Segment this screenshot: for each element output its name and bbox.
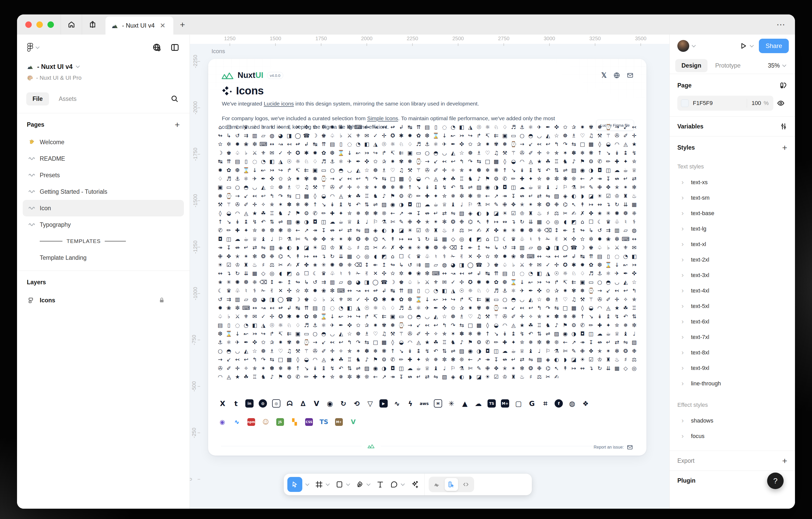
move-tool[interactable] bbox=[287, 477, 302, 492]
pen-tool[interactable] bbox=[356, 477, 364, 492]
comment-tool-chevron[interactable] bbox=[401, 482, 405, 486]
chevron-right-icon[interactable]: › bbox=[682, 380, 684, 387]
tab-file[interactable]: File bbox=[26, 92, 49, 106]
effect-style-shadows[interactable]: ›shadows bbox=[670, 413, 795, 429]
share-button[interactable]: Share bbox=[759, 39, 789, 53]
sidebar-page-getting-started-tutorials[interactable]: Getting Started - Tutorials bbox=[23, 183, 184, 200]
sidebar-page-template-landing[interactable]: Template Landing bbox=[23, 250, 184, 266]
chevron-right-icon[interactable]: › bbox=[682, 241, 684, 248]
text-style-text-base[interactable]: ›text-base bbox=[670, 206, 795, 221]
text-style-text-7xl[interactable]: ›text-7xl bbox=[670, 329, 795, 345]
frame-label[interactable]: Icons bbox=[211, 48, 225, 55]
community-tab[interactable] bbox=[82, 15, 103, 34]
present-chevron[interactable] bbox=[750, 43, 754, 47]
chevron-right-icon[interactable]: › bbox=[682, 256, 684, 263]
globe-status-icon[interactable] bbox=[152, 43, 161, 52]
actions-tool[interactable] bbox=[411, 477, 418, 492]
file-tab-active[interactable]: - Nuxt UI v4 ✕ bbox=[106, 17, 173, 34]
layer-row-icons[interactable]: Icons bbox=[23, 291, 184, 309]
chevron-right-icon[interactable]: › bbox=[682, 302, 684, 309]
effect-style-focus[interactable]: ›focus bbox=[670, 429, 795, 444]
text-tool[interactable] bbox=[377, 477, 384, 492]
figma-logo-icon[interactable] bbox=[27, 43, 33, 52]
tab-design[interactable]: Design bbox=[675, 59, 707, 72]
pen-tool-chevron[interactable] bbox=[367, 482, 371, 486]
chevron-right-icon[interactable]: › bbox=[682, 210, 684, 217]
frame-tool[interactable] bbox=[316, 477, 323, 492]
close-window-button[interactable] bbox=[25, 21, 32, 28]
text-style-text-6xl[interactable]: ›text-6xl bbox=[670, 314, 795, 329]
sidebar-page-typography[interactable]: Typography bbox=[23, 217, 184, 233]
text-style-text-2xl[interactable]: ›text-2xl bbox=[670, 252, 795, 267]
chevron-right-icon[interactable]: › bbox=[682, 194, 684, 201]
tab-assets[interactable]: Assets bbox=[53, 92, 83, 106]
chevron-right-icon[interactable]: › bbox=[682, 433, 684, 439]
chevron-right-icon[interactable]: › bbox=[682, 334, 684, 340]
move-tool-chevron[interactable] bbox=[306, 482, 310, 486]
text-style-text-lg[interactable]: ›text-lg bbox=[670, 221, 795, 236]
home-tab[interactable] bbox=[61, 15, 82, 34]
text-style-text-4xl[interactable]: ›text-4xl bbox=[670, 283, 795, 298]
page-opacity-value[interactable]: 100 bbox=[747, 100, 764, 107]
chevron-right-icon[interactable]: › bbox=[682, 417, 684, 424]
chevron-right-icon[interactable]: › bbox=[682, 287, 684, 294]
user-avatar[interactable] bbox=[677, 40, 689, 52]
chevron-right-icon[interactable]: › bbox=[682, 179, 684, 185]
chevron-right-icon[interactable]: › bbox=[682, 225, 684, 232]
close-tab-icon[interactable]: ✕ bbox=[158, 21, 167, 30]
canvas-icon: ☑ bbox=[414, 226, 423, 235]
visibility-eye-icon[interactable] bbox=[777, 99, 785, 107]
variables-sliders-icon[interactable] bbox=[780, 123, 787, 130]
file-title-row[interactable]: - Nuxt UI v4 bbox=[17, 60, 190, 73]
main-menu-chevron[interactable] bbox=[36, 45, 40, 49]
add-export-button[interactable]: + bbox=[782, 456, 787, 465]
toggle-sidebar-icon[interactable] bbox=[171, 43, 179, 52]
text-style-line-through[interactable]: ›line-through bbox=[670, 376, 795, 391]
add-style-button[interactable]: + bbox=[782, 143, 787, 152]
text-style-text-8xl[interactable]: ›text-8xl bbox=[670, 345, 795, 361]
canvas-icon: ✮ bbox=[630, 157, 638, 166]
canvas-icon: ⚑ bbox=[466, 338, 474, 347]
page-settings-icon[interactable] bbox=[780, 82, 787, 89]
page-color-hex[interactable]: F1F5F9 bbox=[693, 100, 747, 107]
shape-tool[interactable] bbox=[336, 477, 343, 492]
minimize-window-button[interactable] bbox=[36, 21, 43, 28]
text-style-text-3xl[interactable]: ›text-3xl bbox=[670, 267, 795, 283]
help-button[interactable]: ? bbox=[767, 472, 784, 489]
design-mode-button[interactable] bbox=[445, 478, 458, 491]
text-style-text-sm[interactable]: ›text-sm bbox=[670, 190, 795, 206]
dev-mode-button[interactable] bbox=[459, 478, 472, 491]
sidebar-page-readme[interactable]: README bbox=[23, 150, 184, 167]
canvas-icon: ▤ bbox=[595, 252, 604, 261]
page-color-swatch[interactable] bbox=[681, 99, 689, 107]
page-color-field[interactable]: F1F5F9 100 % bbox=[677, 96, 773, 111]
new-tab-button[interactable]: + bbox=[173, 15, 192, 34]
text-style-text-5xl[interactable]: ›text-5xl bbox=[670, 298, 795, 314]
shape-tool-chevron[interactable] bbox=[346, 482, 350, 486]
file-title-chevron[interactable] bbox=[76, 64, 80, 68]
comment-tool[interactable] bbox=[390, 477, 398, 492]
zoom-control[interactable]: 35% bbox=[768, 62, 789, 69]
text-style-text-9xl[interactable]: ›text-9xl bbox=[670, 361, 795, 376]
sidebar-page-welcome[interactable]: Welcome bbox=[23, 134, 184, 150]
present-play-icon[interactable] bbox=[740, 42, 747, 50]
add-page-button[interactable]: + bbox=[175, 120, 180, 129]
window-menu-button[interactable]: ⋯ bbox=[776, 15, 786, 34]
lock-icon[interactable] bbox=[158, 297, 165, 304]
frame-tool-chevron[interactable] bbox=[326, 482, 330, 486]
icons-frame[interactable]: NuxtUI v4.0.0 𝕏 Icons We've integrat bbox=[208, 59, 646, 456]
chevron-right-icon[interactable]: › bbox=[682, 271, 684, 278]
text-style-text-xs[interactable]: ›text-xs bbox=[670, 175, 795, 190]
chevron-right-icon[interactable]: › bbox=[682, 349, 684, 356]
search-icon[interactable] bbox=[171, 95, 179, 103]
avatar-chevron[interactable] bbox=[692, 43, 696, 47]
chevron-right-icon[interactable]: › bbox=[682, 365, 684, 371]
text-style-text-xl[interactable]: ›text-xl bbox=[670, 236, 795, 252]
chevron-right-icon[interactable]: › bbox=[682, 318, 684, 325]
zoom-window-button[interactable] bbox=[48, 21, 54, 28]
sidebar-page-icon[interactable]: Icon bbox=[23, 200, 184, 217]
canvas[interactable]: 1250150017502000225025002750300032503500… bbox=[190, 34, 669, 509]
sidebar-page-presets[interactable]: Presets bbox=[23, 167, 184, 183]
draw-mode-button[interactable] bbox=[430, 478, 444, 491]
tab-prototype[interactable]: Prototype bbox=[709, 59, 747, 72]
